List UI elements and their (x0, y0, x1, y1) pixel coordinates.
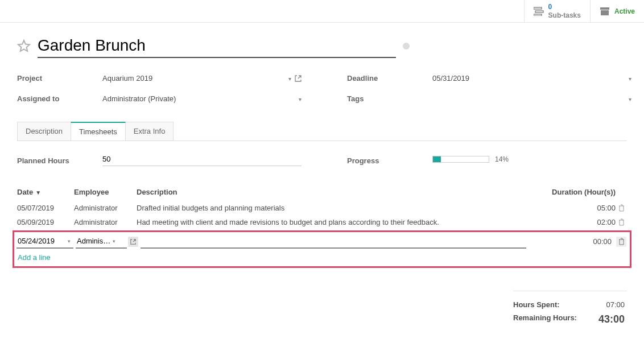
edit-employee-input[interactable] (77, 237, 111, 245)
chevron-down-icon[interactable]: ▾ (111, 238, 117, 244)
cell-employee: Administrator (74, 204, 137, 212)
summary-block: Hours Spent: 07:00 Remaining Hours: 43:0… (513, 291, 627, 325)
tab-timesheets[interactable]: Timesheets (71, 122, 126, 141)
sort-desc-icon: ▼ (35, 189, 41, 196)
active-button[interactable]: Active (590, 0, 644, 22)
edit-employee-field[interactable]: ▾ (76, 234, 127, 249)
timesheet-table: Date▼ Employee Description Duration (Hou… (17, 183, 627, 268)
svg-rect-2 (534, 14, 542, 16)
col-employee-header[interactable]: Employee (74, 188, 137, 196)
edit-date-field[interactable]: ▾ (16, 234, 73, 249)
tags-label: Tags (347, 92, 432, 106)
chevron-down-icon[interactable]: ▾ (288, 76, 291, 82)
subtasks-count: 0 (548, 3, 581, 11)
table-row[interactable]: 05/07/2019 Administrator Drafted initial… (17, 201, 627, 215)
table-row[interactable]: 05/09/2019 Administrator Had meeting wit… (17, 215, 627, 229)
col-description-header[interactable]: Description (137, 188, 530, 196)
active-label: Active (614, 7, 635, 15)
col-duration-header[interactable]: Duration (Hour(s)) (530, 188, 616, 196)
delete-row-button[interactable] (616, 237, 626, 247)
tab-description[interactable]: Description (17, 122, 71, 141)
add-line-link[interactable]: Add a line (16, 249, 52, 264)
edit-date-input[interactable] (18, 237, 66, 245)
progress-label: Progress (347, 154, 432, 165)
delete-row-button[interactable] (616, 218, 627, 226)
tabs-row: Description Timesheets Extra Info (17, 122, 627, 141)
planned-progress-row: Planned Hours Progress 14% (17, 152, 627, 166)
planned-hours-label: Planned Hours (17, 154, 102, 165)
archive-icon (600, 6, 610, 16)
highlighted-edit-area: ▾ ▾ 00:00 Ad (13, 230, 631, 268)
tab-extra-info[interactable]: Extra Info (125, 122, 174, 141)
col-date-label: Date (17, 188, 33, 196)
planned-hours-input[interactable] (102, 152, 302, 166)
star-icon[interactable] (17, 39, 31, 53)
chevron-down-icon[interactable]: ▾ (66, 238, 72, 244)
external-link-icon[interactable] (128, 237, 138, 247)
remaining-hours-value: 43:00 (598, 313, 625, 325)
external-link-icon[interactable] (295, 75, 302, 82)
svg-rect-0 (534, 7, 542, 9)
edit-duration-cell[interactable]: 00:00 (529, 237, 614, 246)
timesheet-edit-row: ▾ ▾ 00:00 (16, 234, 628, 249)
assigned-field[interactable] (102, 92, 295, 106)
fields-grid: Project ▾ Deadline ▾ Assigned to ▾ Tags … (17, 72, 627, 106)
cell-duration: 02:00 (530, 218, 616, 226)
cell-date: 05/07/2019 (17, 204, 74, 212)
progress-fill (433, 156, 441, 162)
status-bar: 0 Sub-tasks Active (0, 0, 644, 23)
cell-employee: Administrator (74, 218, 137, 226)
tags-field[interactable] (432, 92, 625, 106)
remaining-hours-label: Remaining Hours: (513, 313, 577, 325)
timesheet-header: Date▼ Employee Description Duration (Hou… (17, 183, 627, 201)
assigned-label: Assigned to (17, 92, 102, 106)
cell-date: 05/09/2019 (17, 218, 74, 226)
deadline-label: Deadline (347, 72, 432, 85)
svg-rect-3 (600, 7, 609, 10)
delete-row-button[interactable] (616, 204, 627, 212)
svg-rect-4 (601, 10, 609, 15)
subtasks-label: Sub-tasks (548, 11, 581, 19)
edit-description-input[interactable] (142, 237, 525, 245)
deadline-field[interactable] (432, 72, 625, 85)
subtasks-button[interactable]: 0 Sub-tasks (524, 0, 590, 22)
project-field[interactable] (102, 72, 285, 85)
col-date-header[interactable]: Date▼ (17, 188, 74, 196)
hours-spent-value: 07:00 (606, 300, 625, 309)
progress-percent: 14% (495, 155, 509, 163)
project-label: Project (17, 72, 102, 85)
cell-description: Had meeting with client and made revisio… (137, 218, 530, 226)
task-title-input[interactable] (38, 34, 396, 58)
chevron-down-icon[interactable]: ▾ (629, 96, 631, 102)
cell-description: Drafted initial budgets and planning mat… (137, 204, 530, 212)
cell-duration: 05:00 (530, 204, 616, 212)
edit-description-field[interactable] (141, 234, 526, 249)
subtasks-icon (534, 6, 544, 16)
progress-bar (432, 156, 489, 163)
svg-rect-1 (535, 11, 543, 13)
priority-indicator-icon[interactable] (403, 43, 410, 49)
hours-spent-label: Hours Spent: (513, 300, 560, 309)
title-row (17, 34, 627, 58)
chevron-down-icon[interactable]: ▾ (629, 76, 631, 82)
